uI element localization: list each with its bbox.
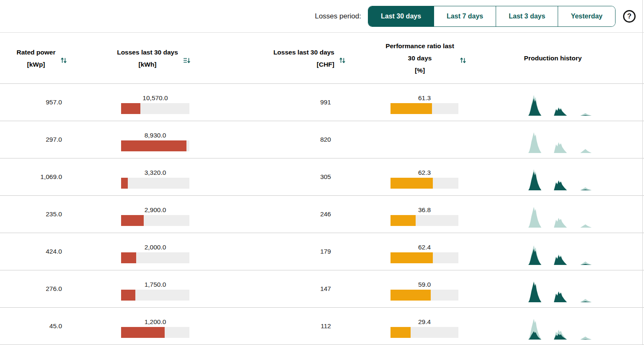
production-history-cell <box>482 279 644 307</box>
performance-ratio-bar <box>391 215 458 226</box>
header-line: Production history <box>524 52 582 64</box>
column-header-losses-kwh[interactable]: Losses last 30 days [kWh] <box>84 33 214 83</box>
performance-ratio-bar <box>391 103 458 114</box>
losses-kwh-bar <box>121 178 189 189</box>
losses-kwh-cell: 1,750.0 <box>84 279 214 299</box>
help-icon[interactable]: ? <box>623 10 636 23</box>
header-line: Rated power <box>16 46 55 58</box>
losses-kwh-cell: 10,570.0 <box>84 93 214 112</box>
production-history-sparkline <box>520 279 593 302</box>
production-history-cell <box>482 204 644 233</box>
rated-power-value: 1,069.0 <box>40 173 62 180</box>
rated-power-value: 45.0 <box>49 322 62 329</box>
production-history-sparkline <box>520 92 593 116</box>
rated-power-value: 297.0 <box>46 136 62 143</box>
losses-period-button-last-7-days[interactable]: Last 7 days <box>434 6 496 26</box>
losses-kwh-bar-fill <box>121 140 186 151</box>
production-history-cell <box>482 316 644 345</box>
performance-ratio-value: 36.8 <box>391 206 458 214</box>
column-header-losses-chf[interactable]: Losses last 30 days [CHF] <box>214 33 352 83</box>
losses-chf-value: 246 <box>320 210 331 218</box>
table-row: 424.0 2,000.0 179 62.4 <box>0 233 644 270</box>
header-line: [CHF] <box>273 58 334 70</box>
table-row: 45.0 1,200.0 112 29.4 <box>0 308 644 345</box>
losses-kwh-value: 3,320.0 <box>121 169 189 176</box>
losses-chf-value: 820 <box>320 136 331 143</box>
performance-ratio-bar-fill <box>391 290 431 301</box>
table-row: 297.0 8,930.0 820 <box>0 121 644 158</box>
rated-power-value: 957.0 <box>46 99 62 106</box>
losses-kwh-bar-fill <box>121 103 140 114</box>
column-header-production-history: Production history <box>482 33 644 83</box>
losses-chf-value: 305 <box>320 173 331 180</box>
losses-kwh-bar <box>121 215 189 226</box>
performance-ratio-bar-fill <box>391 215 416 226</box>
losses-kwh-bar-fill <box>121 290 135 301</box>
table-row: 235.0 2,900.0 246 36.8 <box>0 196 644 233</box>
losses-kwh-bar-fill <box>121 252 136 263</box>
rated-power-value: 235.0 <box>46 210 62 218</box>
losses-chf-cell: 991 <box>214 99 352 106</box>
header-line: Losses last 30 days <box>117 46 178 58</box>
losses-kwh-bar-fill <box>121 178 128 189</box>
losses-kwh-bar-fill <box>121 215 144 226</box>
performance-ratio-bar-fill <box>391 178 433 189</box>
sort-icon[interactable] <box>60 57 67 64</box>
sort-icon[interactable] <box>339 57 346 64</box>
performance-ratio-cell: 29.4 <box>352 316 482 336</box>
losses-chf-value: 991 <box>320 99 331 106</box>
table-row: 957.0 10,570.0 991 61.3 <box>0 84 644 121</box>
losses-kwh-cell: 2,000.0 <box>84 242 214 262</box>
losses-kwh-value: 10,570.0 <box>121 94 189 102</box>
losses-kwh-bar <box>121 103 189 114</box>
losses-kwh-cell: 2,900.0 <box>84 205 214 224</box>
losses-chf-cell: 179 <box>214 248 352 255</box>
production-history-cell <box>482 92 644 121</box>
production-history-cell <box>482 241 644 270</box>
column-header-performance-ratio[interactable]: Performance ratio last 30 days [%] <box>352 33 482 83</box>
performance-ratio-cell: 36.8 <box>352 205 482 224</box>
rated-power-cell: 1,069.0 <box>0 173 84 181</box>
column-header-rated-power[interactable]: Rated power [kWp] <box>0 33 84 83</box>
performance-ratio-cell: 62.4 <box>352 242 482 262</box>
rated-power-cell: 424.0 <box>0 248 84 255</box>
losses-period-button-last-30-days[interactable]: Last 30 days <box>368 6 434 26</box>
production-history-sparkline <box>520 316 593 340</box>
table-row: 276.0 1,750.0 147 59.0 <box>0 270 644 308</box>
losses-kwh-cell: 1,200.0 <box>84 316 214 336</box>
losses-kwh-value: 1,750.0 <box>121 281 189 288</box>
table-row: 1,069.0 3,320.0 305 62.3 <box>0 158 644 196</box>
losses-chf-value: 112 <box>321 322 331 329</box>
losses-chf-cell: 112 <box>214 322 352 330</box>
table-header: Rated power [kWp] Losses last 30 days [k… <box>0 33 644 84</box>
performance-ratio-value: 62.3 <box>391 169 458 176</box>
losses-kwh-bar <box>121 327 189 338</box>
losses-period-label: Losses period: <box>315 12 361 21</box>
losses-kwh-value: 1,200.0 <box>121 318 189 326</box>
sort-descending-icon[interactable] <box>183 57 191 64</box>
losses-kwh-value: 8,930.0 <box>121 132 189 139</box>
losses-period-button-yesterday[interactable]: Yesterday <box>558 6 615 26</box>
rated-power-cell: 45.0 <box>0 322 84 330</box>
rated-power-cell: 957.0 <box>0 99 84 106</box>
production-history-sparkline <box>520 130 593 153</box>
losses-kwh-value: 2,000.0 <box>121 244 189 251</box>
performance-ratio-value: 59.0 <box>391 281 458 288</box>
header-line: Losses last 30 days <box>273 46 334 58</box>
production-history-cell <box>482 130 644 158</box>
topbar: Losses period: Last 30 daysLast 7 daysLa… <box>0 0 644 33</box>
performance-ratio-bar <box>391 290 458 301</box>
performance-ratio-cell: 62.3 <box>352 167 482 187</box>
header-line: 30 days <box>385 52 454 64</box>
scrollbar-track[interactable] <box>642 0 643 345</box>
losses-kwh-cell: 3,320.0 <box>84 167 214 187</box>
production-history-sparkline <box>520 204 593 228</box>
header-line: [%] <box>385 64 454 76</box>
losses-chf-cell: 305 <box>214 173 352 181</box>
losses-period-button-last-3-days[interactable]: Last 3 days <box>496 6 558 26</box>
losses-kwh-bar-fill <box>121 327 165 338</box>
losses-chf-cell: 147 <box>214 285 352 293</box>
sort-icon[interactable] <box>459 57 467 64</box>
losses-kwh-cell: 8,930.0 <box>84 130 214 150</box>
losses-kwh-bar <box>121 290 189 301</box>
